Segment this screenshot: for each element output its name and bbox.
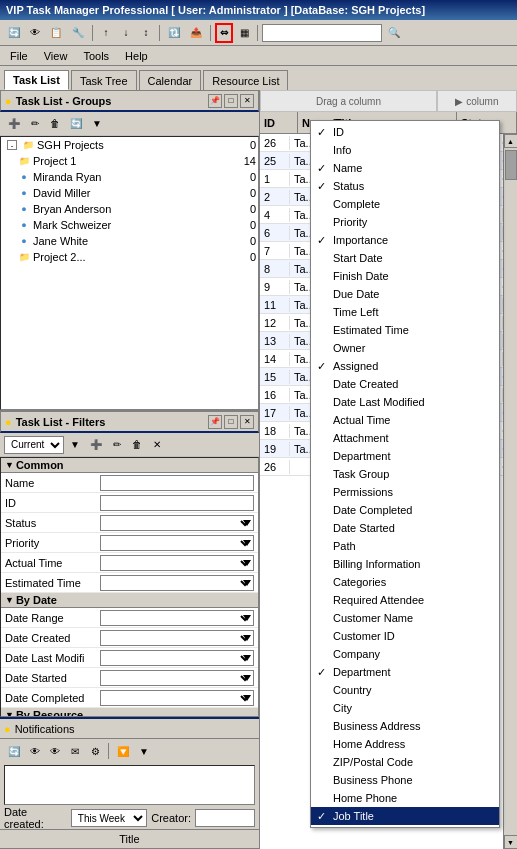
scroll-down-arrow[interactable]: ▼ — [504, 835, 518, 849]
tree-item-project1[interactable]: 📁 Project 1 14 — [1, 153, 258, 169]
dropdown-item-company[interactable]: Company — [311, 645, 499, 663]
dropdown-item-actual-time[interactable]: Actual Time — [311, 411, 499, 429]
dropdown-item-business-address[interactable]: Business Address — [311, 717, 499, 735]
dropdown-item-date-completed[interactable]: Date Completed — [311, 501, 499, 519]
dropdown-item-start-date[interactable]: Start Date — [311, 249, 499, 267]
toolbar-btn-6[interactable]: ↓ — [117, 23, 135, 43]
dropdown-item-department2[interactable]: Department — [311, 663, 499, 681]
toolbar-btn-swap[interactable]: ⇔ — [215, 23, 233, 43]
dropdown-item-priority[interactable]: Priority — [311, 213, 499, 231]
dropdown-item-finish-date[interactable]: Finish Date — [311, 267, 499, 285]
dropdown-item-owner[interactable]: Owner — [311, 339, 499, 357]
col-header-id[interactable]: ID — [260, 112, 298, 133]
dropdown-item-path[interactable]: Path — [311, 537, 499, 555]
search-input[interactable] — [262, 24, 382, 42]
filter-funnel-btn[interactable]: ▼ — [66, 435, 84, 455]
tree-item-miranda[interactable]: ● Miranda Ryan 0 — [1, 169, 258, 185]
notif-filter-btn[interactable]: 🔽 — [113, 741, 133, 761]
creator-input[interactable] — [195, 809, 255, 827]
dropdown-item-job-title[interactable]: Job Title — [311, 807, 499, 825]
toolbar-btn-7[interactable]: ↕ — [137, 23, 155, 43]
dropdown-item-info[interactable]: Info — [311, 141, 499, 159]
dropdown-item-importance[interactable]: Importance — [311, 231, 499, 249]
dropdown-item-city[interactable]: City — [311, 699, 499, 717]
toolbar-btn-1[interactable]: 🔄 — [4, 23, 24, 43]
dropdown-item-business-phone[interactable]: Business Phone — [311, 771, 499, 789]
toolbar-btn-3[interactable]: 📋 — [46, 23, 66, 43]
expand-root[interactable]: - — [7, 140, 17, 150]
dropdown-item-customer-name[interactable]: Customer Name — [311, 609, 499, 627]
toolbar-btn-refresh[interactable]: 🔃 — [164, 23, 184, 43]
filter-date-completed-dropdown[interactable] — [100, 690, 254, 706]
menu-view[interactable]: View — [38, 49, 74, 63]
toolbar-btn-grid[interactable]: ▦ — [235, 23, 253, 43]
tree-item-jane[interactable]: ● Jane White 0 — [1, 233, 258, 249]
tab-calendar[interactable]: Calendar — [139, 70, 202, 90]
toolbar-btn-export[interactable]: 📤 — [186, 23, 206, 43]
filter-date-lastmod-dropdown[interactable] — [100, 650, 254, 666]
filter-edit-btn[interactable]: ✏ — [108, 435, 126, 455]
menu-help[interactable]: Help — [119, 49, 154, 63]
dropdown-item-country[interactable]: Country — [311, 681, 499, 699]
dropdown-item-task-group[interactable]: Task Group — [311, 465, 499, 483]
dropdown-item-name[interactable]: Name — [311, 159, 499, 177]
filter-name-input[interactable] — [100, 475, 254, 491]
dropdown-item-estimated-time[interactable]: Estimated Time — [311, 321, 499, 339]
groups-pin-btn[interactable]: 📌 — [208, 94, 222, 108]
filter-date-started-dropdown[interactable] — [100, 670, 254, 686]
dropdown-item-permissions[interactable]: Permissions — [311, 483, 499, 501]
filter-est-time-dropdown[interactable] — [100, 575, 254, 591]
dropdown-item-customer-id[interactable]: Customer ID — [311, 627, 499, 645]
tab-task-list[interactable]: Task List — [4, 70, 69, 90]
filter-pin-btn[interactable]: 📌 — [208, 415, 222, 429]
groups-edit-btn[interactable]: ✏ — [26, 114, 44, 134]
dropdown-item-complete[interactable]: Complete — [311, 195, 499, 213]
notif-email-btn[interactable]: ✉ — [66, 741, 84, 761]
dropdown-item-department[interactable]: Department — [311, 447, 499, 465]
dropdown-item-assigned[interactable]: Assigned — [311, 357, 499, 375]
filter-priority-dropdown[interactable] — [100, 535, 254, 551]
date-created-select[interactable]: This Week — [71, 809, 147, 827]
column-dropdown[interactable]: ID Info Name Status Complete Priority Im… — [310, 120, 500, 828]
scroll-up-arrow[interactable]: ▲ — [504, 134, 518, 148]
toolbar-btn-5[interactable]: ↑ — [97, 23, 115, 43]
tree-item-bryan[interactable]: ● Bryan Anderson 0 — [1, 201, 258, 217]
notif-eye2-btn[interactable]: 👁 — [46, 741, 64, 761]
dropdown-item-id[interactable]: ID — [311, 123, 499, 141]
filter-id-input[interactable] — [100, 495, 254, 511]
dropdown-item-home-address[interactable]: Home Address — [311, 735, 499, 753]
toolbar-btn-2[interactable]: 👁 — [26, 23, 44, 43]
filter-status-dropdown[interactable] — [100, 515, 254, 531]
groups-close-btn[interactable]: ✕ — [240, 94, 254, 108]
dropdown-item-home-phone[interactable]: Home Phone — [311, 789, 499, 807]
dropdown-item-due-date[interactable]: Due Date — [311, 285, 499, 303]
tree-item-mark[interactable]: ● Mark Schweizer 0 — [1, 217, 258, 233]
byresource-collapse-icon[interactable]: ▼ — [5, 710, 14, 717]
tab-resource-list[interactable]: Resource List — [203, 70, 288, 90]
groups-add-btn[interactable]: ➕ — [4, 114, 24, 134]
dropdown-item-categories[interactable]: Categories — [311, 573, 499, 591]
filter-select-current[interactable]: Current — [4, 436, 64, 454]
dropdown-item-time-left[interactable]: Time Left — [311, 303, 499, 321]
groups-refresh-btn[interactable]: 🔄 — [66, 114, 86, 134]
dropdown-item-status[interactable]: Status — [311, 177, 499, 195]
dropdown-item-date-last-modified[interactable]: Date Last Modified — [311, 393, 499, 411]
toolbar-search-btn[interactable]: 🔍 — [384, 23, 404, 43]
dropdown-item-date-created[interactable]: Date Created — [311, 375, 499, 393]
menu-file[interactable]: File — [4, 49, 34, 63]
grid-scrollbar[interactable]: ▲ ▼ — [503, 134, 517, 849]
filter-max-btn[interactable]: □ — [224, 415, 238, 429]
scroll-thumb[interactable] — [505, 150, 517, 180]
filter-delete-btn[interactable]: 🗑 — [128, 435, 146, 455]
filter-close-btn[interactable]: ✕ — [240, 415, 254, 429]
notif-funnel-btn[interactable]: ▼ — [135, 741, 153, 761]
groups-max-btn[interactable]: □ — [224, 94, 238, 108]
tab-task-tree[interactable]: Task Tree — [71, 70, 137, 90]
dropdown-item-required-attendee[interactable]: Required Attendee — [311, 591, 499, 609]
filter-date-created-dropdown[interactable] — [100, 630, 254, 646]
dropdown-item-billing-info[interactable]: Billing Information — [311, 555, 499, 573]
tree-item-root[interactable]: - 📁 SGH Projects 0 — [1, 137, 258, 153]
toolbar-btn-4[interactable]: 🔧 — [68, 23, 88, 43]
dropdown-item-attachment[interactable]: Attachment — [311, 429, 499, 447]
tree-item-project2[interactable]: 📁 Project 2... 0 — [1, 249, 258, 265]
